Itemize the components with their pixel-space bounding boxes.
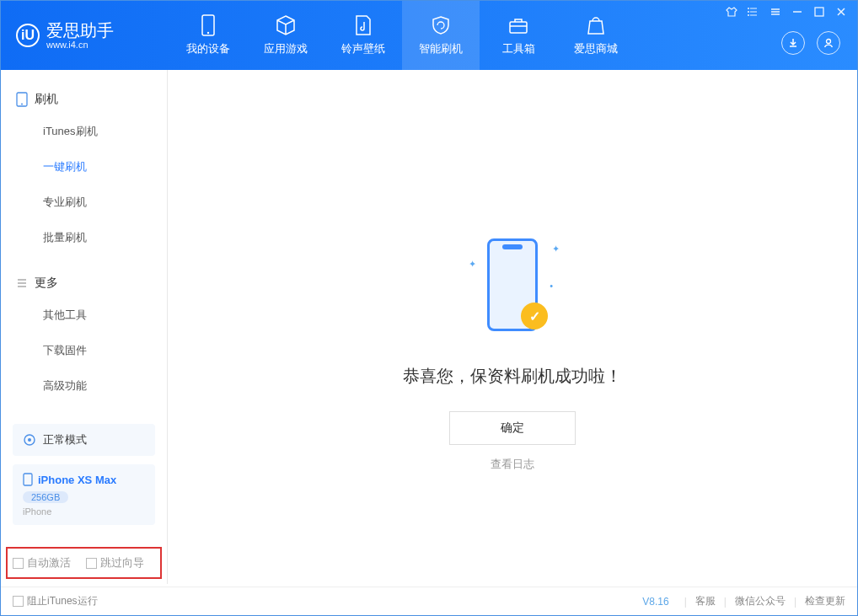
svg-point-4 <box>748 8 749 9</box>
bag-icon <box>585 14 607 36</box>
view-log-link[interactable]: 查看日志 <box>491 457 534 472</box>
cube-icon <box>275 14 297 36</box>
close-button[interactable] <box>835 6 849 18</box>
sparkle-icon: ✦ <box>552 244 560 254</box>
flash-options: 自动激活 跳过向导 <box>1 547 167 584</box>
separator: | <box>684 596 687 608</box>
phone-icon <box>23 473 33 486</box>
tab-label: 铃声壁纸 <box>341 41 385 56</box>
check-update-link[interactable]: 检查更新 <box>805 594 845 608</box>
ok-button[interactable]: 确定 <box>449 411 576 445</box>
window-controls <box>726 6 849 18</box>
sidebar-item-onekey-flash[interactable]: 一键刷机 <box>1 149 167 185</box>
svg-rect-7 <box>815 8 823 16</box>
svg-point-1 <box>207 32 209 34</box>
group-label: 更多 <box>35 276 58 291</box>
svg-point-11 <box>28 438 31 442</box>
sparkle-icon: ✦ <box>469 259 476 270</box>
highlighted-options: 自动激活 跳过向导 <box>6 547 162 579</box>
minimize-button[interactable] <box>791 6 805 18</box>
logo-text: 爱思助手 www.i4.cn <box>46 21 114 50</box>
svg-point-6 <box>748 14 749 16</box>
device-name: iPhone XS Max <box>38 474 116 486</box>
success-illustration: ✦ ✦ • ✓ <box>462 230 563 348</box>
header-right-icons <box>781 31 840 55</box>
checkbox-icon <box>86 558 97 569</box>
sidebar-group-flash: 刷机 <box>1 85 167 114</box>
download-button[interactable] <box>781 31 805 55</box>
tab-label: 我的设备 <box>186 41 230 56</box>
svg-point-3 <box>827 40 831 44</box>
brand-name: 爱思助手 <box>46 21 114 40</box>
storage-badge: 256GB <box>23 491 68 503</box>
checkbox-block-itunes[interactable]: 阻止iTunes运行 <box>13 594 98 608</box>
maximize-button[interactable] <box>813 6 827 18</box>
sidebar-item-itunes-flash[interactable]: iTunes刷机 <box>1 114 167 149</box>
toolbox-icon <box>507 14 529 36</box>
menu-icon[interactable] <box>770 6 783 18</box>
sync-icon <box>23 433 36 447</box>
device-card[interactable]: iPhone XS Max 256GB iPhone <box>13 464 155 525</box>
shield-sync-icon <box>430 14 452 36</box>
sidebar: 刷机 iTunes刷机 一键刷机 专业刷机 批量刷机 更多 其他工具 下载固件 … <box>1 70 168 584</box>
main-tabs: 我的设备 应用游戏 铃声壁纸 智能刷机 工具箱 爱思商城 <box>169 1 635 70</box>
device-icon <box>16 92 28 107</box>
brand-url: www.i4.cn <box>46 40 114 50</box>
mode-card[interactable]: 正常模式 <box>13 424 155 456</box>
tab-ringtones[interactable]: 铃声壁纸 <box>324 1 402 70</box>
tab-my-device[interactable]: 我的设备 <box>169 1 247 70</box>
main-content: ✦ ✦ • ✓ 恭喜您，保资料刷机成功啦！ 确定 查看日志 <box>168 70 857 584</box>
tab-apps[interactable]: 应用游戏 <box>247 1 324 70</box>
status-bar: 阻止iTunes运行 V8.16 | 客服 | 微信公众号 | 检查更新 <box>1 587 857 615</box>
tab-flash[interactable]: 智能刷机 <box>402 1 480 70</box>
title-bar: iU 爱思助手 www.i4.cn 我的设备 应用游戏 铃声壁纸 智能刷机 工具… <box>1 1 857 70</box>
svg-point-9 <box>21 104 23 105</box>
phone-icon <box>197 14 219 36</box>
music-file-icon <box>352 14 374 36</box>
sidebar-group-more: 更多 <box>1 269 167 297</box>
mode-label: 正常模式 <box>43 432 87 447</box>
checkbox-label: 自动激活 <box>27 555 71 570</box>
logo: iU 爱思助手 www.i4.cn <box>1 21 169 50</box>
device-name-row: iPhone XS Max <box>23 473 145 486</box>
checkbox-skip-guide[interactable]: 跳过向导 <box>86 555 144 570</box>
sidebar-item-advanced[interactable]: 高级功能 <box>1 368 167 404</box>
footer-right: V8.16 | 客服 | 微信公众号 | 检查更新 <box>642 594 845 608</box>
wechat-link[interactable]: 微信公众号 <box>735 594 786 608</box>
tab-toolbox[interactable]: 工具箱 <box>480 1 557 70</box>
support-link[interactable]: 客服 <box>695 594 716 608</box>
checkbox-icon <box>13 596 24 607</box>
sidebar-item-download-firmware[interactable]: 下载固件 <box>1 333 167 368</box>
sidebar-item-other-tools[interactable]: 其他工具 <box>1 297 167 333</box>
success-message: 恭喜您，保资料刷机成功啦！ <box>403 365 622 388</box>
svg-rect-2 <box>510 22 527 33</box>
checkbox-auto-activate[interactable]: 自动激活 <box>13 555 71 570</box>
tab-store[interactable]: 爱思商城 <box>557 1 635 70</box>
device-type: iPhone <box>23 506 145 517</box>
logo-icon: iU <box>16 24 40 47</box>
svg-point-5 <box>748 11 749 13</box>
checkbox-label: 跳过向导 <box>100 555 144 570</box>
separator: | <box>724 596 727 608</box>
group-label: 刷机 <box>35 92 58 107</box>
checkbox-icon <box>13 558 24 569</box>
menu-icon <box>16 277 28 289</box>
svg-rect-12 <box>24 474 32 485</box>
tab-label: 应用游戏 <box>264 41 308 56</box>
tab-label: 爱思商城 <box>574 41 618 56</box>
check-icon: ✓ <box>521 303 548 329</box>
sparkle-icon: • <box>550 281 553 291</box>
tab-label: 智能刷机 <box>419 41 463 56</box>
list-icon[interactable] <box>748 6 761 18</box>
checkbox-label: 阻止iTunes运行 <box>27 594 98 608</box>
version-label: V8.16 <box>642 596 668 608</box>
tab-label: 工具箱 <box>502 41 535 56</box>
user-button[interactable] <box>817 31 840 55</box>
sidebar-item-pro-flash[interactable]: 专业刷机 <box>1 185 167 220</box>
sidebar-item-batch-flash[interactable]: 批量刷机 <box>1 220 167 255</box>
body: 刷机 iTunes刷机 一键刷机 专业刷机 批量刷机 更多 其他工具 下载固件 … <box>1 70 857 584</box>
shirt-icon[interactable] <box>726 6 739 18</box>
separator: | <box>794 596 796 608</box>
